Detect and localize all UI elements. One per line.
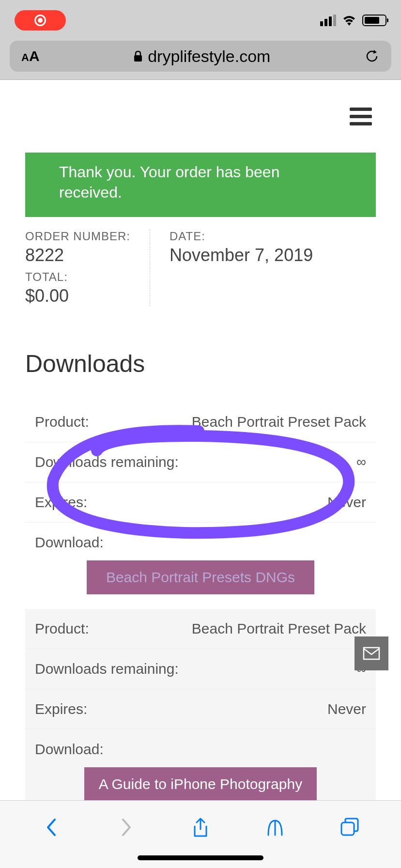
record-icon [34,15,46,26]
remaining-label: Downloads remaining: [35,661,179,677]
status-icons [320,15,386,26]
table-row: Expires: Never [25,482,376,523]
back-button[interactable] [41,817,62,838]
table-row: Product: Beach Portrait Preset Pack [25,402,376,442]
download-label: Download: [35,534,104,551]
tabs-button[interactable] [339,817,360,838]
download-label: Download: [35,741,104,758]
lock-icon [133,50,143,62]
remaining-value: ∞ [356,454,366,470]
reader-mode-button[interactable]: AA [21,48,40,64]
table-row: Product: Beach Portrait Preset Pack [25,609,376,649]
expires-label: Expires: [35,494,87,511]
hamburger-menu-button[interactable] [350,108,372,125]
cellular-signal-icon [320,15,336,26]
total-value: $0.00 [25,286,130,306]
url-section[interactable]: dryplifestyle.com [47,47,356,66]
product-value: Beach Portrait Preset Pack [192,414,366,430]
downloads-heading: Downloads [25,350,376,378]
home-indicator[interactable] [138,855,263,860]
date-label: DATE: [170,230,313,243]
table-row: Downloads remaining: ∞ [25,442,376,482]
email-float-button[interactable] [355,636,388,670]
battery-icon [362,15,386,26]
share-button[interactable] [190,817,211,838]
download-button[interactable]: Beach Portrait Presets DNGs [87,560,314,594]
svg-rect-0 [134,55,142,62]
product-label: Product: [35,414,89,430]
download-button[interactable]: A Guide to iPhone Photography [84,767,317,801]
address-bar-container: AA dryplifestyle.com [0,41,401,80]
status-bar [0,0,401,41]
success-banner: Thank you. Your order has been received. [25,153,376,217]
table-row: Downloads remaining: ∞ [25,649,376,689]
remaining-label: Downloads remaining: [35,454,179,470]
url-text: dryplifestyle.com [148,47,270,66]
order-number-value: 8222 [25,245,130,265]
mail-icon [363,647,380,660]
expires-label: Expires: [35,701,87,717]
downloads-table: Product: Beach Portrait Preset Pack Down… [25,402,376,816]
page-header [0,80,401,153]
order-number-label: ORDER NUMBER: [25,230,130,243]
date-value: November 7, 2019 [170,245,313,265]
page-content: Thank you. Your order has been received.… [0,153,401,816]
svg-rect-2 [341,822,354,835]
total-label: TOTAL: [25,270,130,284]
wifi-icon [342,15,356,26]
expires-value: Never [327,701,366,717]
product-label: Product: [35,620,89,637]
product-value: Beach Portrait Preset Pack [192,620,366,637]
svg-rect-1 [364,648,379,659]
browser-toolbar [0,800,401,868]
forward-button[interactable] [115,817,137,838]
address-bar[interactable]: AA dryplifestyle.com [10,41,391,72]
table-row: Expires: Never [25,689,376,729]
refresh-icon[interactable] [364,48,380,64]
screen-record-indicator[interactable] [15,10,66,31]
expires-value: Never [327,494,366,511]
table-row: Download: Beach Portrait Presets DNGs [25,523,376,609]
order-info: ORDER NUMBER: 8222 TOTAL: $0.00 DATE: No… [25,230,376,306]
bookmarks-button[interactable] [264,817,286,838]
